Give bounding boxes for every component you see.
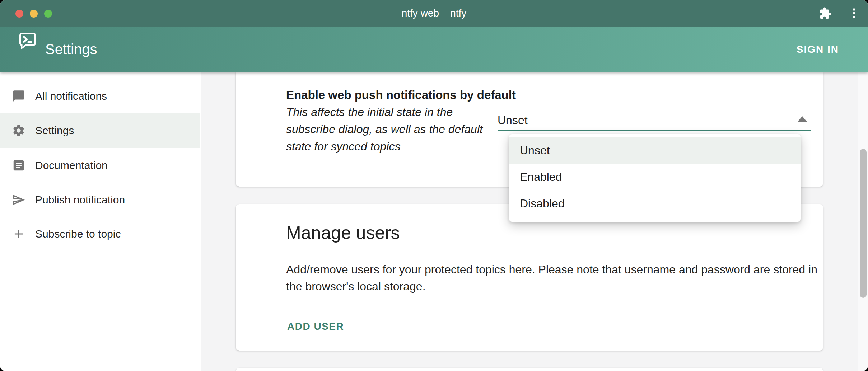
sidebar-item-label: Subscribe to topic — [35, 217, 121, 251]
dropdown-option-disabled[interactable]: Disabled — [509, 190, 801, 217]
add-user-button[interactable]: ADD USER — [287, 321, 344, 332]
sidebar-item-publish-notification[interactable]: Publish notification — [0, 183, 200, 217]
sidebar-item-label: All notifications — [35, 79, 107, 113]
settings-page-content: Enable web push notifications by default… — [201, 72, 858, 371]
chat-bubble-icon — [12, 89, 25, 103]
browser-window: ntfy web – ntfy Settings SIGN IN All not… — [0, 0, 868, 371]
scrollbar-track[interactable] — [858, 72, 868, 371]
dropdown-option-unset[interactable]: Unset — [509, 137, 801, 164]
window-titlebar: ntfy web – ntfy — [0, 0, 868, 27]
sidebar-item-label: Publish notification — [35, 183, 125, 217]
web-push-dropdown-menu: Unset Enabled Disabled — [509, 134, 801, 222]
sidebar-item-subscribe-to-topic[interactable]: Subscribe to topic — [0, 217, 200, 251]
manage-users-description-line: Add/remove users for your protected topi… — [286, 263, 817, 276]
app-bar: Settings SIGN IN — [0, 27, 868, 72]
dropdown-arrow-up-icon[interactable] — [798, 116, 807, 122]
select-underline — [498, 130, 811, 131]
web-push-description-line: subscribe dialog, as well as the default — [286, 123, 483, 136]
sidebar-item-label: Documentation — [35, 148, 108, 183]
gear-icon — [12, 124, 25, 137]
web-push-select-value[interactable]: Unset — [498, 114, 528, 127]
send-icon — [12, 193, 25, 207]
sidebar-item-settings[interactable]: Settings — [0, 113, 200, 148]
window-title: ntfy web – ntfy — [0, 0, 868, 27]
next-card-partial — [236, 368, 823, 371]
ntfy-logo-icon[interactable] — [17, 30, 38, 51]
extension-puzzle-icon[interactable] — [819, 7, 832, 20]
web-push-heading: Enable web push notifications by default — [286, 88, 516, 102]
web-push-description-line: This affects the initial state in the — [286, 105, 453, 119]
scrollbar-thumb[interactable] — [860, 149, 867, 298]
sidebar: All notifications Settings Documentation… — [0, 72, 200, 371]
manage-users-description-line: the browser's local storage. — [286, 280, 426, 293]
web-push-description-line: state for synced topics — [286, 140, 400, 153]
sidebar-item-documentation[interactable]: Documentation — [0, 148, 200, 183]
article-icon — [12, 159, 25, 172]
sidebar-item-label: Settings — [35, 113, 74, 148]
plus-icon — [12, 227, 25, 241]
browser-menu-kebab-icon[interactable] — [848, 7, 860, 20]
manage-users-title: Manage users — [286, 222, 400, 243]
manage-users-card: Manage users Add/remove users for your p… — [236, 204, 823, 351]
sidebar-item-all-notifications[interactable]: All notifications — [0, 79, 200, 113]
page-title: Settings — [45, 27, 97, 72]
dropdown-option-enabled[interactable]: Enabled — [509, 164, 801, 190]
sign-in-button[interactable]: SIGN IN — [797, 27, 839, 72]
